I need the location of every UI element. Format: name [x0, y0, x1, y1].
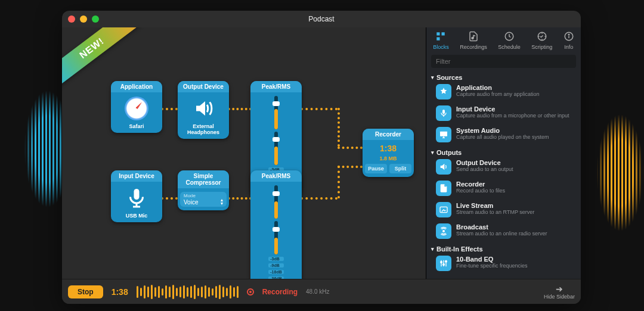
monitor-icon: [436, 127, 451, 142]
stop-button[interactable]: Stop: [68, 285, 103, 298]
connector: [301, 108, 338, 110]
item-title: 10-Band EQ: [456, 256, 528, 263]
svg-rect-5: [437, 38, 440, 41]
block-subtitle: Safari: [129, 123, 144, 129]
sample-rate: 48.0 kHz: [306, 288, 329, 295]
svg-rect-14: [440, 132, 447, 136]
sidebar-item[interactable]: Live Stream Stream audio to an RTMP serv…: [434, 199, 576, 220]
meter-bar[interactable]: [274, 185, 278, 219]
tab-label: Scripting: [531, 44, 552, 50]
block-title: Peak/RMS: [250, 170, 302, 182]
recorder-time: 1:38: [380, 144, 397, 153]
block-compressor[interactable]: Simple Compressor Mode Voice ▴▾: [178, 170, 229, 210]
bottombar-time: 1:38: [112, 287, 128, 297]
speaker-icon: [436, 159, 451, 175]
bottombar: Stop 1:38 Recording 48.0 kHz ➔ Hide Side…: [62, 279, 581, 304]
tab-schedule[interactable]: Schedule: [498, 31, 521, 50]
connector: [338, 166, 340, 198]
svg-point-18: [443, 231, 445, 232]
item-title: Live Stream: [456, 202, 534, 209]
block-title: Application: [111, 81, 162, 92]
recorder-split-button[interactable]: Split: [389, 164, 411, 173]
filter-input[interactable]: [431, 55, 576, 68]
item-desc: Capture audio from any application: [456, 91, 540, 98]
block-input-device[interactable]: Input Device USB Mic: [111, 170, 162, 222]
meter-bar[interactable]: [274, 221, 278, 254]
tab-info[interactable]: Info: [564, 31, 574, 50]
tab-label: Blocks: [433, 44, 449, 50]
hide-sidebar-label: Hide Sidebar: [544, 294, 575, 300]
tab-label: Recordings: [460, 44, 487, 50]
microphone-icon: [124, 185, 149, 210]
connector: [338, 166, 363, 168]
item-title: Input Device: [456, 105, 569, 113]
tab-blocks[interactable]: Blocks: [433, 31, 449, 50]
svg-rect-0: [134, 189, 140, 200]
mic-icon: [436, 105, 451, 121]
tab-label: Schedule: [498, 44, 521, 50]
recording-status: Recording: [262, 288, 298, 296]
chevron-down-icon: ▾: [431, 246, 434, 252]
sidebar-item[interactable]: System Audio Capture all audio played on…: [434, 124, 576, 145]
section-header[interactable]: ▾Built-In Effects: [431, 245, 576, 253]
connector: [228, 108, 252, 110]
window-title: Podcast: [62, 15, 581, 23]
broadcast-icon: [436, 223, 451, 239]
new-ribbon: NEW!: [62, 27, 141, 89]
block-meter-2[interactable]: Peak/RMS -3dB-9dB-18dB-36dB: [250, 170, 302, 279]
item-title: Recorder: [456, 181, 505, 188]
select-value: Voice: [184, 199, 198, 206]
app-window: Podcast NEW! Application S: [62, 11, 581, 304]
item-desc: Stream audio to an online radio server: [456, 231, 547, 237]
sidebar-item[interactable]: Recorder Record audio to files: [434, 178, 576, 199]
block-recorder[interactable]: Recorder 1:38 1.8 MB Pause Split: [363, 129, 414, 177]
block-subtitle: USB Mic: [126, 213, 148, 219]
recording-indicator-icon: [247, 288, 254, 296]
connector: [338, 108, 340, 147]
window-minimize-button[interactable]: [80, 15, 87, 23]
canvas[interactable]: NEW! Application Safari: [62, 27, 426, 279]
item-desc: Send audio to an output: [456, 166, 513, 173]
window-zoom-button[interactable]: [92, 15, 99, 23]
meter-bar[interactable]: [274, 96, 278, 129]
sidebar-item[interactable]: 10-Band EQ Fine-tune specific frequencie…: [434, 253, 576, 274]
sidebar: BlocksRecordingsScheduleScriptingInfo ▾S…: [426, 27, 581, 279]
connector: [228, 197, 252, 200]
block-application[interactable]: Application Safari: [111, 81, 162, 133]
safari-icon: [124, 96, 149, 121]
decorative-wave-right: [596, 89, 644, 256]
sidebar-item[interactable]: Application Capture audio from any appli…: [434, 81, 576, 102]
compressor-mode-select[interactable]: Mode Voice ▴▾: [180, 192, 227, 207]
item-title: Output Device: [456, 159, 513, 166]
tab-label: Info: [564, 44, 573, 50]
connector: [161, 197, 178, 200]
sidebar-item[interactable]: Broadcast Stream audio to an online radi…: [434, 220, 576, 242]
item-title: Application: [456, 84, 540, 91]
tab-recordings[interactable]: Recordings: [460, 31, 487, 50]
hide-sidebar-button[interactable]: ➔ Hide Sidebar: [544, 284, 575, 300]
svg-rect-12: [442, 110, 445, 114]
item-title: System Audio: [456, 127, 549, 134]
section-header[interactable]: ▾Sources: [431, 74, 576, 81]
item-desc: Capture all audio played on the system: [456, 134, 549, 141]
item-desc: Fine-tune specific frequencies: [456, 263, 528, 269]
meter-bar[interactable]: [274, 132, 278, 165]
svg-rect-3: [437, 32, 440, 35]
info-icon: [564, 31, 574, 43]
svg-point-22: [441, 262, 442, 263]
window-close-button[interactable]: [68, 15, 75, 23]
tab-scripting[interactable]: Scripting: [531, 31, 552, 50]
section-header[interactable]: ▾Outputs: [431, 149, 576, 156]
sidebar-item[interactable]: Input Device Capture audio from a microp…: [434, 102, 576, 124]
block-title: Output Device: [178, 81, 229, 92]
titlebar: Podcast: [62, 11, 581, 27]
speaker-icon: [191, 96, 216, 121]
sidebar-item[interactable]: Output Device Send audio to an output: [434, 156, 576, 178]
app-icon: [436, 84, 451, 99]
sidebar-tabs: BlocksRecordingsScheduleScriptingInfo: [426, 27, 581, 51]
chevrons-icon: ▴▾: [221, 198, 223, 206]
recorder-pause-button[interactable]: Pause: [365, 164, 387, 173]
block-output-device[interactable]: Output Device External Headphones: [178, 81, 229, 139]
recorder-size: 1.8 MB: [379, 156, 397, 161]
clock-icon: [504, 31, 515, 43]
